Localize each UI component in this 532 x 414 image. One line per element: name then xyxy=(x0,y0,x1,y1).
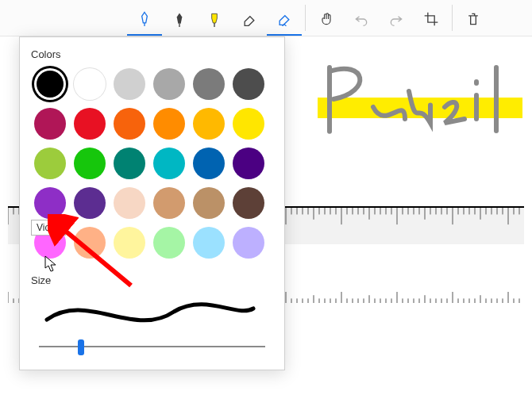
tool-eraser-stroke[interactable] xyxy=(267,0,302,36)
color-swatch[interactable] xyxy=(34,68,66,100)
tool-delete[interactable] xyxy=(456,0,491,36)
cursor-pointer-icon xyxy=(44,255,59,273)
color-swatch[interactable] xyxy=(74,148,106,179)
redo-icon xyxy=(388,11,404,27)
highlighter-icon xyxy=(206,11,222,27)
tool-pencil[interactable] xyxy=(162,0,197,36)
annotation-arrow xyxy=(48,214,143,301)
color-swatch[interactable] xyxy=(153,108,185,140)
color-swatch[interactable] xyxy=(153,68,185,100)
color-swatch[interactable] xyxy=(193,227,225,259)
color-swatch[interactable] xyxy=(153,148,185,179)
eraser-stroke-icon xyxy=(276,10,292,26)
color-swatch[interactable] xyxy=(153,227,185,259)
tool-crop[interactable] xyxy=(414,0,449,36)
pen-nib-fill-icon xyxy=(172,11,187,27)
eraser-icon xyxy=(241,11,257,27)
separator xyxy=(452,5,453,31)
slider-thumb[interactable] xyxy=(78,339,84,355)
color-size-panel: Colors Size xyxy=(19,36,285,370)
canvas-handwriting xyxy=(286,44,524,171)
tool-highlighter[interactable] xyxy=(197,0,232,36)
svg-line-189 xyxy=(60,226,131,286)
tool-eraser[interactable] xyxy=(232,0,267,36)
color-swatch[interactable] xyxy=(193,148,225,179)
color-swatch[interactable] xyxy=(233,68,264,100)
size-slider[interactable] xyxy=(39,338,265,355)
color-swatch[interactable] xyxy=(114,148,145,179)
color-swatch[interactable] xyxy=(34,148,66,179)
pen-nib-icon xyxy=(137,10,152,26)
color-swatch[interactable] xyxy=(193,68,225,100)
separator xyxy=(305,5,306,31)
tool-touch-writing[interactable] xyxy=(309,0,344,36)
color-swatch[interactable] xyxy=(34,108,66,140)
slider-rail xyxy=(39,346,265,347)
toolbar xyxy=(0,0,532,36)
color-swatch[interactable] xyxy=(153,187,185,219)
color-swatch[interactable] xyxy=(74,108,106,140)
color-swatch[interactable] xyxy=(233,187,264,219)
color-swatch[interactable] xyxy=(193,187,225,219)
tool-undo[interactable] xyxy=(344,0,379,36)
color-swatch[interactable] xyxy=(193,108,225,140)
color-swatch[interactable] xyxy=(74,68,106,100)
color-swatch[interactable] xyxy=(114,68,145,100)
undo-icon xyxy=(353,11,369,27)
crop-icon xyxy=(423,11,439,27)
color-swatch[interactable] xyxy=(233,108,264,140)
color-swatch[interactable] xyxy=(233,227,264,259)
color-swatch[interactable] xyxy=(114,108,145,140)
tool-redo[interactable] xyxy=(379,0,414,36)
hand-icon xyxy=(318,11,334,27)
tool-ballpoint[interactable] xyxy=(127,0,162,36)
trash-icon xyxy=(465,11,481,27)
color-swatch[interactable] xyxy=(233,148,264,179)
colors-heading: Colors xyxy=(31,48,273,60)
